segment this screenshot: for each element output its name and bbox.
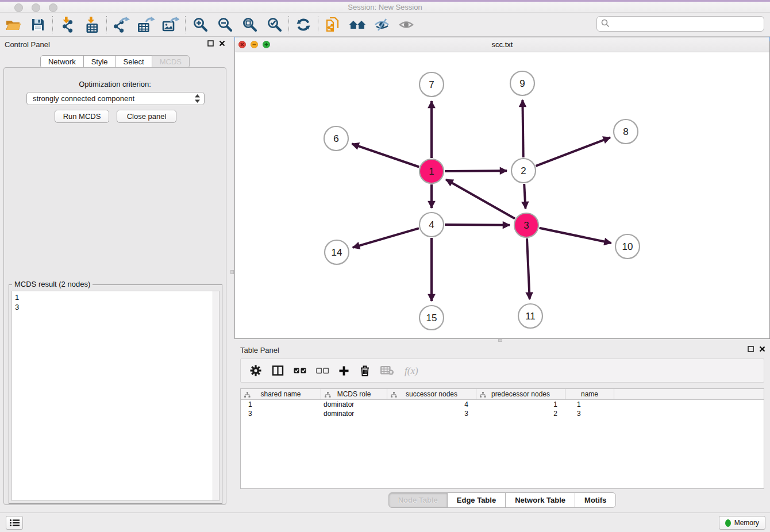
toolbar-separator xyxy=(288,16,289,33)
graph-node-10[interactable]: 10 xyxy=(615,234,640,259)
graph-node-9[interactable]: 9 xyxy=(510,71,534,95)
table-cell[interactable]: 4 xyxy=(387,400,476,409)
svg-text:6: 6 xyxy=(333,133,338,144)
refresh-icon[interactable] xyxy=(295,16,312,33)
add-column-icon[interactable] xyxy=(338,365,349,376)
tab-motifs[interactable]: Motifs xyxy=(575,492,616,508)
edge-3-11[interactable] xyxy=(527,238,530,299)
network-graph-canvas[interactable]: 1234678910111415 xyxy=(235,52,769,338)
split-view-icon[interactable] xyxy=(272,365,284,376)
tab-mcds[interactable]: MCDS xyxy=(152,55,190,68)
svg-text:1: 1 xyxy=(429,166,434,177)
column-header-name[interactable]: name xyxy=(565,389,614,399)
graph-node-4[interactable]: 4 xyxy=(419,213,444,237)
tab-network-table[interactable]: Network Table xyxy=(505,492,575,508)
delete-column-icon[interactable] xyxy=(359,365,371,377)
control-panel-header: Control Panel xyxy=(0,37,230,52)
export-table-icon[interactable] xyxy=(137,16,155,33)
column-header-successor-nodes[interactable]: successor nodes xyxy=(387,389,476,399)
search-input[interactable] xyxy=(613,18,764,30)
table-cell[interactable]: dominator xyxy=(321,409,387,418)
result-scrollbar[interactable] xyxy=(213,291,219,500)
save-session-icon[interactable] xyxy=(29,16,47,33)
edge-2-3[interactable] xyxy=(524,184,525,209)
table-cell[interactable]: 1 xyxy=(565,400,614,409)
toolbar-group xyxy=(5,16,47,33)
table-row[interactable]: 1dominator411 xyxy=(241,400,764,409)
zoom-fit-icon[interactable] xyxy=(241,16,258,33)
new-network-from-selection-icon[interactable] xyxy=(324,16,341,33)
tab-select[interactable]: Select xyxy=(116,55,152,68)
mcds-result-title: MCDS result (2 nodes) xyxy=(12,280,93,288)
graph-node-3[interactable]: 3 xyxy=(514,213,538,237)
table-cell[interactable]: 1 xyxy=(241,400,321,409)
svg-text:7: 7 xyxy=(429,79,434,90)
graph-node-7[interactable]: 7 xyxy=(419,72,444,97)
graph-node-14[interactable]: 14 xyxy=(325,240,349,264)
mcds-result-textarea[interactable]: 1 3 xyxy=(11,291,220,501)
deselect-all-columns-icon[interactable] xyxy=(316,367,329,374)
optimization-criterion-select[interactable]: strongly connected component xyxy=(26,92,205,105)
tab-style[interactable]: Style xyxy=(83,55,116,68)
task-history-button[interactable] xyxy=(6,516,23,530)
graph-node-11[interactable]: 11 xyxy=(518,304,542,328)
main-toolbar xyxy=(0,13,770,37)
import-network-icon[interactable] xyxy=(59,16,76,33)
graph-node-1[interactable]: 1 xyxy=(419,159,444,183)
close-panel-icon[interactable] xyxy=(219,40,225,47)
edge-1-6[interactable] xyxy=(352,144,419,167)
column-header-predecessor-nodes[interactable]: predecessor nodes xyxy=(476,389,565,399)
export-network-icon[interactable] xyxy=(113,16,130,33)
table-cell[interactable]: 3 xyxy=(387,409,476,418)
edge-3-10[interactable] xyxy=(540,228,611,243)
import-table-icon[interactable] xyxy=(83,16,101,33)
column-header-shared-name[interactable]: shared name xyxy=(241,389,321,399)
zoom-in-icon[interactable] xyxy=(191,16,209,33)
memory-button[interactable]: Memory xyxy=(719,516,765,530)
dropdown-stepper-icon xyxy=(194,94,201,103)
edge-3-1[interactable] xyxy=(446,179,515,218)
toolbar-group xyxy=(191,16,283,33)
zoom-out-icon[interactable] xyxy=(216,16,233,33)
vertical-splitter-handle[interactable] xyxy=(230,270,234,274)
select-all-columns-icon[interactable] xyxy=(294,367,306,374)
edge-4-3[interactable] xyxy=(445,225,510,225)
float-panel-icon[interactable] xyxy=(748,346,754,352)
table-cell[interactable]: dominator xyxy=(321,400,387,409)
toolbar-group xyxy=(59,16,101,33)
open-session-icon[interactable] xyxy=(5,16,22,33)
table-cell[interactable]: 1 xyxy=(476,400,565,409)
vertical-splitter[interactable] xyxy=(230,37,234,509)
zoom-selected-icon[interactable] xyxy=(265,16,283,33)
table-cell[interactable]: 3 xyxy=(241,409,321,418)
hide-panels-icon[interactable] xyxy=(374,16,391,33)
close-panel-button[interactable]: Close panel xyxy=(117,110,176,123)
network-view-window: scc.txt 1234678910111415 xyxy=(234,37,770,339)
table-cell[interactable]: 3 xyxy=(565,409,614,418)
graph-node-15[interactable]: 15 xyxy=(419,306,444,330)
edge-2-8[interactable] xyxy=(536,137,610,165)
table-row[interactable]: 3dominator323 xyxy=(241,409,764,418)
run-mcds-button[interactable]: Run MCDS xyxy=(55,110,109,123)
edge-1-2[interactable] xyxy=(445,171,507,171)
svg-text:4: 4 xyxy=(429,219,434,230)
graph-node-2[interactable]: 2 xyxy=(511,159,536,183)
column-header-MCDS-role[interactable]: MCDS role xyxy=(321,389,387,399)
memory-label: Memory xyxy=(734,519,759,527)
settings-icon[interactable] xyxy=(249,364,262,377)
graph-node-8[interactable]: 8 xyxy=(614,119,638,144)
tab-network[interactable]: Network xyxy=(40,55,84,68)
column-header-label: shared name xyxy=(260,390,301,398)
graph-node-6[interactable]: 6 xyxy=(324,126,348,151)
edge-2-9[interactable] xyxy=(522,100,523,157)
close-panel-icon[interactable] xyxy=(759,346,765,352)
table-cell[interactable]: 2 xyxy=(476,409,565,418)
tab-node-table[interactable]: Node Table xyxy=(388,492,448,508)
horizontal-splitter-handle[interactable] xyxy=(498,339,502,342)
float-panel-icon[interactable] xyxy=(207,40,214,47)
tab-edge-table[interactable]: Edge Table xyxy=(447,492,506,508)
export-image-icon[interactable] xyxy=(162,16,179,33)
home-icon[interactable] xyxy=(349,16,366,33)
search-box[interactable] xyxy=(596,16,764,32)
edge-4-14[interactable] xyxy=(353,228,419,248)
